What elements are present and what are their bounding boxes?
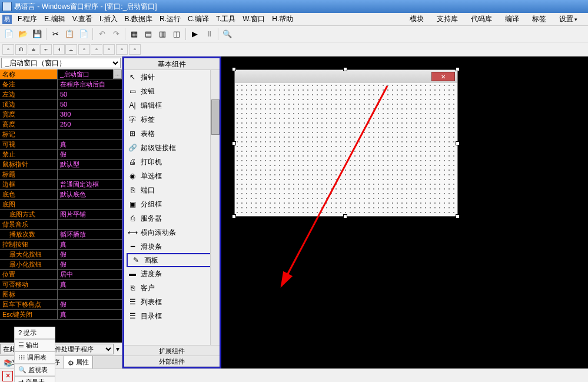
property-row[interactable]: 图标: [0, 290, 122, 300]
menu-right-item[interactable]: 支持库: [433, 13, 461, 25]
property-row[interactable]: 备注在程序启动后自: [0, 79, 122, 89]
menu-item[interactable]: W.窗口: [239, 14, 268, 24]
property-row[interactable]: Esc键关闭真: [0, 310, 122, 320]
component-item[interactable]: 🔗超级链接框: [124, 141, 220, 155]
bottom-tab[interactable]: ⁝⁝⁝调用表: [14, 351, 55, 364]
property-more-button[interactable]: ...: [113, 69, 122, 79]
selection-handle[interactable]: [232, 141, 236, 145]
property-value[interactable]: 真: [58, 240, 122, 249]
property-value[interactable]: _启动窗口: [58, 69, 113, 79]
property-row[interactable]: 名称_启动窗口...: [0, 69, 122, 79]
layout3-button[interactable]: ▥: [156, 28, 169, 41]
property-value[interactable]: 假: [58, 260, 122, 269]
property-value[interactable]: 380: [58, 109, 122, 119]
close-icon[interactable]: ✕: [431, 72, 455, 81]
property-value[interactable]: 假: [58, 250, 122, 259]
menu-item[interactable]: C.编译: [184, 14, 212, 24]
component-item[interactable]: ⊞表格: [124, 127, 220, 141]
component-item[interactable]: ☰列表框: [124, 295, 220, 309]
left-tab[interactable]: ⚙属性: [64, 356, 93, 368]
component-item[interactable]: ▬进度条: [124, 267, 220, 281]
selection-handle[interactable]: [232, 214, 236, 218]
property-row[interactable]: 位置居中: [0, 270, 122, 280]
property-row[interactable]: 控制按钮真: [0, 240, 122, 250]
component-category-tab[interactable]: 外部组件: [124, 356, 220, 367]
object-selector[interactable]: _启动窗口（窗口）: [1, 58, 121, 68]
selection-handle[interactable]: [343, 67, 347, 71]
layout4-button[interactable]: ◫: [170, 28, 183, 41]
find-button[interactable]: 🔍: [221, 28, 234, 41]
component-item[interactable]: 字标签: [124, 112, 220, 127]
new-button[interactable]: 📄: [2, 28, 15, 41]
property-value[interactable]: 图片平铺: [58, 210, 122, 219]
property-row[interactable]: 顶边50: [0, 99, 122, 109]
property-value[interactable]: 假: [58, 300, 122, 309]
menu-item[interactable]: I.插入: [96, 14, 121, 24]
designed-window[interactable]: ✕: [234, 69, 458, 217]
align8-button[interactable]: ▫: [91, 44, 102, 55]
close-tab-button[interactable]: ✕: [2, 371, 13, 381]
property-value[interactable]: [58, 220, 122, 229]
property-row[interactable]: 标记: [0, 129, 122, 139]
align5-button[interactable]: ⫞: [53, 44, 65, 55]
selection-handle[interactable]: [456, 67, 460, 71]
scrollbar-thumb[interactable]: [211, 99, 220, 135]
bottom-tab[interactable]: ?提示: [14, 327, 55, 339]
design-canvas[interactable]: ✕: [224, 59, 588, 368]
property-row[interactable]: 最小化按钮假: [0, 260, 122, 270]
property-grid[interactable]: 名称_启动窗口...备注在程序启动后自左边50顶边50宽度380高度250标记可…: [0, 69, 122, 343]
cut-button[interactable]: ✂: [49, 28, 62, 41]
property-row[interactable]: 左边50: [0, 89, 122, 99]
property-row[interactable]: 背景音乐: [0, 220, 122, 230]
selection-handle[interactable]: [232, 67, 236, 71]
pause-button[interactable]: ⏸: [202, 28, 215, 41]
property-value[interactable]: 真: [58, 280, 122, 289]
menu-right-item[interactable]: 模块: [406, 13, 427, 25]
menu-right-item[interactable]: 设置: [556, 13, 581, 25]
property-value[interactable]: 循环播放: [58, 230, 122, 239]
menu-right-item[interactable]: 编译: [501, 13, 523, 25]
property-value[interactable]: 在程序启动后自: [58, 79, 122, 89]
component-item[interactable]: ⎘端口: [124, 183, 220, 197]
property-value[interactable]: 250: [58, 119, 122, 129]
component-list[interactable]: ↖指针▭按钮A|编辑框字标签⊞表格🔗超级链接框🖨打印机◉单选框⎘端口▣分组框⎙服…: [124, 70, 220, 345]
property-row[interactable]: 鼠标指针默认型: [0, 160, 122, 170]
property-row[interactable]: 底图方式图片平铺: [0, 210, 122, 220]
menu-right-item[interactable]: 代码库: [467, 13, 496, 25]
align4-button[interactable]: ⫟: [40, 44, 52, 55]
paste-button[interactable]: 📄: [77, 28, 90, 41]
selection-handle[interactable]: [456, 214, 460, 218]
property-row[interactable]: 可视真: [0, 139, 122, 150]
save-button[interactable]: 💾: [31, 28, 44, 41]
menu-item[interactable]: B.数据库: [121, 14, 156, 24]
align6-button[interactable]: ⫠: [65, 44, 77, 55]
component-item[interactable]: ⎘客户: [124, 281, 220, 295]
menu-item[interactable]: E.编辑: [41, 14, 68, 24]
run-button[interactable]: ▶: [188, 28, 201, 41]
property-value[interactable]: [58, 290, 122, 299]
menu-item[interactable]: H.帮助: [268, 14, 297, 24]
selection-handle[interactable]: [456, 141, 460, 145]
menu-item[interactable]: V.查看: [69, 14, 96, 24]
property-row[interactable]: 底色默认底色: [0, 190, 122, 200]
property-row[interactable]: 底图: [0, 200, 122, 210]
property-row[interactable]: 高度250: [0, 119, 122, 129]
property-row[interactable]: 禁止假: [0, 150, 122, 160]
undo-button[interactable]: ↶: [95, 28, 108, 41]
property-value[interactable]: 居中: [58, 270, 122, 279]
component-item[interactable]: ⎙服务器: [124, 211, 220, 225]
property-row[interactable]: 可否移动真: [0, 280, 122, 290]
property-value[interactable]: [58, 129, 122, 139]
property-value[interactable]: [58, 200, 122, 209]
property-value[interactable]: 默认型: [58, 160, 122, 169]
property-value[interactable]: 默认底色: [58, 190, 122, 199]
bottom-tab[interactable]: ⇄变量表: [14, 376, 55, 383]
align10-button[interactable]: ▫: [116, 44, 128, 55]
copy-button[interactable]: 📋: [63, 28, 76, 41]
redo-button[interactable]: ↷: [109, 28, 122, 41]
property-row[interactable]: 播放次数循环播放: [0, 230, 122, 240]
component-item[interactable]: ▣分组框: [124, 197, 220, 211]
component-item[interactable]: 🖨打印机: [124, 155, 220, 169]
component-item[interactable]: ⟷横向滚动条: [124, 225, 220, 240]
property-row[interactable]: 宽度380: [0, 109, 122, 119]
